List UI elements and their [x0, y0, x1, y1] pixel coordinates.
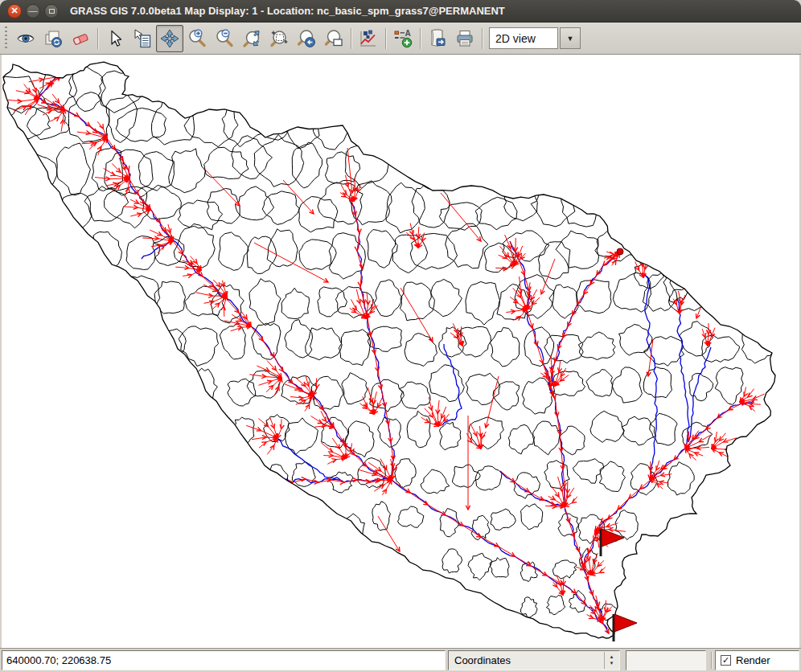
zoom-out-icon: [214, 28, 235, 49]
query-arrow-list-icon: [132, 28, 153, 49]
toolbar-separator: [351, 28, 351, 49]
zoom-region-button[interactable]: [265, 25, 293, 52]
render-option: ✓ Render: [715, 650, 799, 670]
layers-render-icon: [43, 29, 63, 48]
analyze-map-button[interactable]: [355, 25, 382, 52]
printer-icon: [454, 28, 475, 49]
query-button[interactable]: [129, 25, 156, 52]
svg-text:A: A: [405, 29, 411, 38]
zoom-extent-icon: [241, 28, 262, 49]
grass-map-display-window: ✕ — GRASS GIS 7.0.0beta1 Map Display: 1 …: [0, 0, 801, 672]
map-svg: [2, 55, 799, 648]
add-map-elements-button[interactable]: A: [389, 25, 417, 52]
zoom-options-icon: [323, 28, 344, 49]
close-button[interactable]: ✕: [7, 4, 22, 18]
legend-text-add-icon: A: [392, 28, 413, 49]
minimize-button[interactable]: —: [26, 4, 40, 18]
eraser-icon: [71, 29, 90, 48]
toolbar-separator: [385, 28, 386, 49]
maximize-icon: [49, 9, 55, 14]
toolbar-grip[interactable]: [5, 27, 7, 51]
zoom-options-button[interactable]: [320, 25, 347, 52]
progress-area: [626, 650, 706, 670]
erase-display-button[interactable]: [67, 25, 94, 52]
map-canvas[interactable]: [2, 55, 799, 648]
zoom-in-button[interactable]: [183, 25, 211, 52]
toolbar: A 2D view ▼: [0, 23, 801, 55]
window-controls: ✕ —: [7, 4, 59, 18]
close-icon: ✕: [10, 6, 18, 15]
spinner-down-icon: ▼: [610, 661, 614, 666]
titlebar[interactable]: ✕ — GRASS GIS 7.0.0beta1 Map Display: 1 …: [0, 0, 801, 23]
chart-analyze-icon: [358, 28, 379, 49]
render-checkbox[interactable]: ✓: [721, 655, 731, 666]
render-map-button[interactable]: [39, 25, 67, 52]
display-map-button[interactable]: [12, 25, 39, 52]
print-display-button[interactable]: [451, 25, 479, 52]
zoom-extent-button[interactable]: [238, 25, 265, 52]
render-label: Render: [736, 654, 770, 666]
zoom-back-button[interactable]: [293, 25, 320, 52]
maximize-button[interactable]: [44, 4, 59, 18]
save-display-button[interactable]: [424, 25, 451, 52]
toolbar-separator: [482, 28, 483, 49]
view-mode-dropdown-button[interactable]: ▼: [560, 27, 581, 49]
chevron-down-icon: ▼: [567, 35, 574, 43]
view-mode-value: 2D view: [495, 32, 536, 45]
pointer-cursor-icon: [105, 29, 125, 48]
pan-button[interactable]: [156, 25, 183, 52]
view-mode-select[interactable]: 2D view: [489, 27, 558, 49]
pan-arrows-icon: [159, 28, 180, 49]
spinner-up-icon: ▲: [610, 654, 614, 660]
window-title: GRASS GIS 7.0.0beta1 Map Display: 1 - Lo…: [70, 5, 505, 17]
eye-icon: [16, 29, 35, 48]
statusbar-separator: [711, 652, 712, 669]
minimize-icon: —: [29, 6, 38, 15]
toolbar-separator: [97, 28, 98, 49]
statusbar-mode-value: Coordinates: [454, 654, 511, 666]
check-icon: ✓: [722, 656, 729, 665]
export-file-icon: [427, 28, 448, 49]
toolbar-separator: [420, 28, 421, 49]
zoom-region-icon: [269, 28, 290, 49]
coordinates-display[interactable]: 640000.70; 220638.75: [2, 650, 446, 670]
statusbar-mode-select[interactable]: Coordinates ▲▼: [448, 650, 620, 670]
zoom-out-button[interactable]: [211, 25, 238, 52]
statusbar: 640000.70; 220638.75 Coordinates ▲▼ ✓ Re…: [0, 648, 801, 672]
zoom-in-icon: [187, 28, 207, 49]
zoom-back-icon: [296, 28, 317, 49]
spinner-control[interactable]: ▲▼: [604, 652, 618, 669]
pointer-button[interactable]: [101, 25, 129, 52]
